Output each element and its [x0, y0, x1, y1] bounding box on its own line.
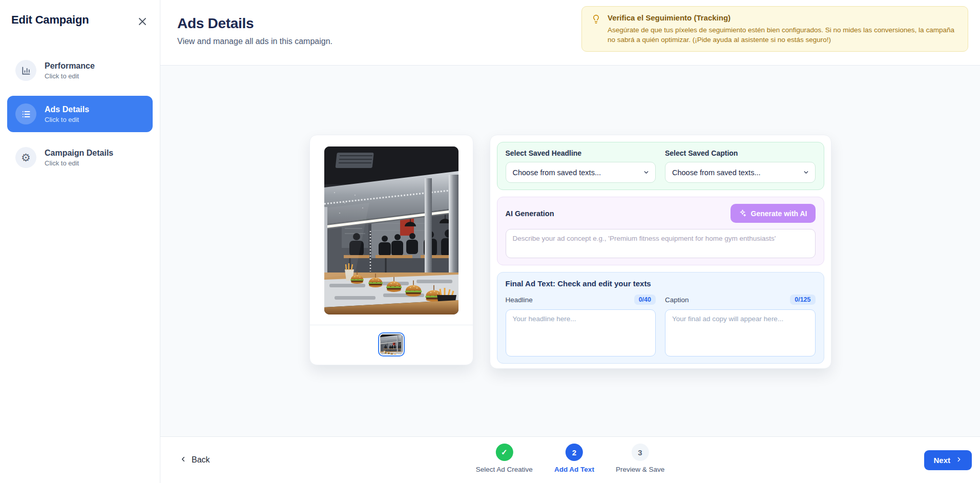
- ad-text-panel: Select Saved Headline Choose from saved …: [490, 135, 831, 369]
- step-preview-save[interactable]: 3 Preview & Save: [616, 444, 664, 473]
- close-icon[interactable]: [136, 15, 149, 28]
- wizard-footer: Back ✓ Select Ad Creative 2 Add Ad Text …: [160, 436, 980, 483]
- chevron-left-icon: [179, 455, 187, 465]
- check-icon: ✓: [495, 444, 513, 461]
- saved-texts-section: Select Saved Headline Choose from saved …: [497, 142, 824, 190]
- headline-char-count: 0/40: [634, 295, 656, 305]
- sidebar-item-sub: Click to edit: [45, 159, 113, 167]
- sidebar-item-label: Performance: [45, 61, 95, 71]
- next-button[interactable]: Next: [924, 450, 972, 470]
- headline-label: Headline: [506, 296, 533, 304]
- caption-char-count: 0/125: [790, 295, 815, 305]
- thumbnail-strip: [310, 325, 473, 365]
- back-button[interactable]: Back: [179, 455, 210, 465]
- saved-headline-label: Select Saved Headline: [506, 149, 656, 157]
- sidebar-item-ads-details[interactable]: Ads Details Click to edit: [7, 96, 153, 132]
- list-icon: [15, 103, 36, 124]
- final-ad-text-title: Final Ad Text: Check and edit your texts: [506, 279, 816, 288]
- bar-chart-icon: [15, 60, 36, 81]
- page-title: Ads Details: [177, 15, 332, 32]
- content-area: Select Saved Headline Choose from saved …: [160, 66, 980, 436]
- ad-creative-thumbnail-selected[interactable]: [378, 332, 405, 356]
- step-add-ad-text[interactable]: 2 Add Ad Text: [554, 444, 594, 473]
- step-label: Select Ad Creative: [476, 466, 533, 473]
- ai-generation-label: AI Generation: [506, 209, 554, 218]
- sidebar-item-campaign-details[interactable]: ⚙ Campaign Details Click to edit: [7, 139, 153, 176]
- next-label: Next: [933, 456, 950, 465]
- final-ad-text-section: Final Ad Text: Check and edit your texts…: [497, 272, 824, 364]
- page-subtitle: View and manage all ads in this campaign…: [177, 37, 332, 46]
- sidebar-item-performance[interactable]: Performance Click to edit: [7, 52, 153, 89]
- generate-with-ai-label: Generate with AI: [751, 209, 807, 218]
- caption-input[interactable]: [665, 309, 816, 356]
- sidebar-title: Edit Campaign: [11, 13, 89, 27]
- ai-concept-input[interactable]: [506, 229, 816, 258]
- lightbulb-icon: [591, 14, 601, 45]
- sparkles-icon: [739, 209, 746, 218]
- caption-label: Caption: [665, 296, 689, 304]
- step-label: Add Ad Text: [554, 466, 594, 473]
- sidebar-item-label: Campaign Details: [45, 149, 113, 158]
- step-label: Preview & Save: [616, 466, 664, 473]
- step-number: 2: [566, 444, 583, 461]
- generate-with-ai-button[interactable]: Generate with AI: [731, 204, 816, 223]
- step-number: 3: [632, 444, 649, 461]
- ad-creative-card: [309, 135, 473, 365]
- ai-generation-section: AI Generation Generate with AI: [497, 197, 824, 265]
- sidebar-item-sub: Click to edit: [45, 116, 89, 123]
- edit-campaign-sidebar: Edit Campaign Performance Click to edit …: [0, 0, 160, 483]
- wizard-stepper: ✓ Select Ad Creative 2 Add Ad Text 3 Pre…: [476, 444, 664, 473]
- saved-headline-select[interactable]: Choose from saved texts...: [506, 162, 656, 183]
- headline-input[interactable]: [506, 309, 656, 356]
- sidebar-item-label: Ads Details: [45, 105, 89, 114]
- ad-creative-image: [324, 146, 458, 314]
- chevron-right-icon: [955, 456, 963, 465]
- alert-title: Verifica el Seguimiento (Tracking): [608, 13, 958, 22]
- sidebar-item-sub: Click to edit: [45, 72, 95, 80]
- saved-caption-select[interactable]: Choose from saved texts...: [665, 162, 816, 183]
- step-select-ad-creative[interactable]: ✓ Select Ad Creative: [476, 444, 533, 473]
- alert-body: Asegúrate de que tus píxeles de seguimie…: [608, 25, 958, 45]
- tracking-alert: Verifica el Seguimiento (Tracking) Asegú…: [581, 6, 968, 52]
- page-header: Ads Details View and manage all ads in t…: [160, 0, 980, 66]
- gear-icon: ⚙: [15, 147, 36, 168]
- main-area: Ads Details View and manage all ads in t…: [160, 0, 980, 483]
- back-label: Back: [192, 455, 210, 465]
- saved-caption-label: Select Saved Caption: [665, 149, 816, 157]
